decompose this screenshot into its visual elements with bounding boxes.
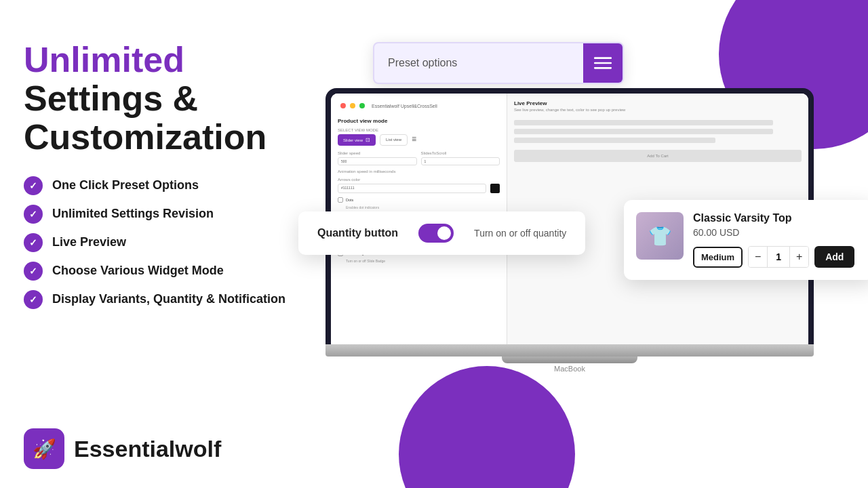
feature-text-2: Unlimited Settings Revision <box>52 207 214 221</box>
product-card: 👕 Classic Varsity Top 60.00 USD Medium −… <box>624 200 868 280</box>
quantity-controls: − 1 + <box>748 246 809 268</box>
app-toggle-row: Slider view ⊡ List view ≡ <box>338 134 500 146</box>
slides-to-scroll-label: SlidesToScroll <box>421 151 500 155</box>
slider-view-label: Slider view <box>343 138 363 142</box>
product-card-inner: 👕 Classic Varsity Top 60.00 USD Medium −… <box>636 212 863 268</box>
feature-list: One Click Preset Options Unlimited Setti… <box>24 176 309 309</box>
arrows-color-label: Arrows color <box>338 178 500 182</box>
feature-item-3: Live Preview <box>24 233 309 252</box>
app-select-view-label: SELECT VIEW MODE <box>338 128 500 132</box>
product-price: 60.00 USD <box>693 227 863 238</box>
check-icon-5 <box>24 290 43 309</box>
feature-item-4: Choose Various Widget Mode <box>24 262 309 281</box>
app-preview-subtitle: See live preview, change the text, color… <box>514 108 802 112</box>
brand-name: Essentialwolf <box>74 436 221 462</box>
add-to-cart-button[interactable]: Add <box>814 246 854 268</box>
variant-select[interactable]: Medium <box>693 247 743 268</box>
list-icon: ≡ <box>412 134 416 146</box>
preview-line-1 <box>514 120 773 125</box>
app-preview-title: Live Preview <box>514 100 802 106</box>
feature-text-3: Live Preview <box>52 235 126 249</box>
product-controls: Medium − 1 + Add <box>693 246 863 268</box>
arrows-color-input[interactable]: #111111 <box>338 184 486 193</box>
check-icon-3 <box>24 233 43 252</box>
check-icon-2 <box>24 205 43 224</box>
app-add-to-cart-btn[interactable]: Add To Cart <box>514 150 802 162</box>
dots-label: Dots <box>346 198 353 202</box>
preset-label: Preset options <box>374 46 583 80</box>
slider-view-btn[interactable]: Slider view ⊡ <box>338 134 376 146</box>
arrows-color-row: #111111 <box>338 184 500 193</box>
dots-hint: Enables dot indicators <box>346 205 500 209</box>
slider-speed-row: Slider speed 500 SlidesToScroll 1 <box>338 151 500 165</box>
feature-text-5: Display Variants, Quantity & Notificatio… <box>52 292 285 306</box>
app-section-title: Product view mode <box>338 118 500 124</box>
list-view-btn[interactable]: List view <box>380 134 408 146</box>
quantity-card: Quantity button Turn on or off quantity <box>298 211 585 255</box>
slide-badge-hint: Turn on or off Slide Badge <box>346 259 500 263</box>
dot-yellow <box>350 103 355 108</box>
feature-item-1: One Click Preset Options <box>24 176 309 195</box>
check-icon-1 <box>24 176 43 195</box>
brand-logo-icon: 🚀 <box>33 438 56 460</box>
svg-rect-0 <box>594 57 612 59</box>
app-header-text: Essentialwolf Upsell&CrossSell <box>372 104 437 108</box>
quantity-value: 1 <box>768 251 789 262</box>
laptop-label: MacBook <box>326 365 814 373</box>
increment-button[interactable]: + <box>789 247 808 267</box>
feature-text-1: One Click Preset Options <box>52 178 199 192</box>
heading-unlimited: Unlimited <box>24 41 309 79</box>
preset-card[interactable]: Preset options <box>373 42 624 84</box>
right-section: Preset options Essentialwolf Upsell&Cros… <box>312 0 868 488</box>
heading-customization: Customization <box>24 118 309 157</box>
slider-speed-input[interactable]: 500 <box>338 157 417 165</box>
list-view-label: List view <box>386 138 401 142</box>
app-preview-lines <box>514 120 802 143</box>
dot-green <box>359 103 365 108</box>
feature-text-4: Choose Various Widget Mode <box>52 264 224 278</box>
feature-item-5: Display Variants, Quantity & Notificatio… <box>24 290 309 309</box>
laptop-stand <box>502 357 637 363</box>
product-info: Classic Varsity Top 60.00 USD Medium − 1… <box>693 212 863 268</box>
svg-rect-2 <box>594 67 612 69</box>
app-header-bar: Essentialwolf Upsell&CrossSell <box>338 100 500 111</box>
product-image-icon: 👕 <box>648 225 672 247</box>
preset-icon-button[interactable] <box>583 43 623 83</box>
brand-footer: 🚀 Essentialwolf <box>24 428 221 469</box>
anim-speed-hint: Animation speed in milliseconds <box>338 169 500 174</box>
left-panel: Unlimited Settings & Customization One C… <box>24 41 309 309</box>
quantity-label: Quantity button <box>317 227 398 239</box>
slides-to-scroll-input[interactable]: 1 <box>421 157 500 165</box>
product-image-inner: 👕 <box>636 212 684 260</box>
laptop-base <box>326 344 814 357</box>
brand-logo: 🚀 <box>24 428 64 469</box>
preview-line-3 <box>514 138 715 143</box>
decrement-button[interactable]: − <box>749 247 768 267</box>
quantity-toggle[interactable] <box>418 224 454 243</box>
menu-icon <box>594 54 612 72</box>
slider-speed-label: Slider speed <box>338 151 417 155</box>
slider-icon: ⊡ <box>366 137 370 143</box>
heading-settings: Settings & <box>24 79 309 118</box>
arrows-color-swatch <box>490 184 500 193</box>
quantity-description: Turn on or off quantity <box>474 228 566 239</box>
feature-item-2: Unlimited Settings Revision <box>24 205 309 224</box>
dot-red <box>340 103 346 108</box>
svg-rect-1 <box>594 62 612 64</box>
check-icon-4 <box>24 262 43 281</box>
preview-line-2 <box>514 129 773 134</box>
dots-checkbox[interactable] <box>338 197 343 203</box>
product-image: 👕 <box>636 212 684 260</box>
product-name: Classic Varsity Top <box>693 212 863 224</box>
dots-checkbox-row: Dots <box>338 197 500 203</box>
